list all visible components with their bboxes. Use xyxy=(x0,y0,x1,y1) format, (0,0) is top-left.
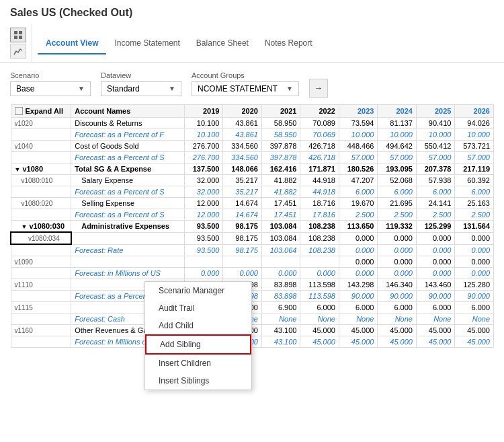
row-value: 14.674 xyxy=(223,198,262,209)
row-name: Forecast: as a Percent of S xyxy=(71,186,185,198)
context-menu: Scenario ManagerAudit TrailAdd ChildAdd … xyxy=(144,281,252,390)
row-value: 45.000 xyxy=(300,324,339,336)
table-row: ▼v1080Total SG & A Expense137.500148.066… xyxy=(11,163,494,175)
tab-balance-sheet[interactable]: Balance Sheet xyxy=(188,33,257,54)
context-menu-item[interactable]: Add Sibling xyxy=(145,334,251,355)
tab-account-view[interactable]: Account View xyxy=(38,33,106,54)
row-value: 0.000 xyxy=(339,244,378,256)
context-menu-item[interactable]: Add Child xyxy=(145,317,251,334)
row-value: None xyxy=(416,313,455,324)
row-id xyxy=(11,313,71,324)
row-value: 113.598 xyxy=(300,279,339,290)
row-value: 550.412 xyxy=(416,141,455,152)
dataview-select[interactable]: Standard ▼ xyxy=(101,81,181,96)
row-value: 90.000 xyxy=(455,290,494,301)
row-value xyxy=(261,256,300,267)
row-id xyxy=(11,267,71,279)
context-menu-item[interactable]: Scenario Manager xyxy=(145,282,251,299)
table-row: Forecast: Rate93.50098.175103.064108.238… xyxy=(11,244,494,256)
context-menu-item[interactable]: Audit Trail xyxy=(145,299,251,317)
context-menu-item[interactable]: Insert Children xyxy=(145,355,251,372)
row-value: 45.000 xyxy=(416,336,455,347)
table-container: Expand All Account Names 2019 2020 2021 … xyxy=(0,104,504,348)
page-title: Sales US (Checked Out) xyxy=(0,0,504,24)
row-id: v1110 xyxy=(11,279,71,290)
expand-all-checkbox[interactable] xyxy=(15,107,23,115)
navigate-button[interactable]: → xyxy=(309,79,328,98)
context-menu-item[interactable]: Insert Siblings xyxy=(145,372,251,390)
row-value: 17.816 xyxy=(300,209,339,221)
svg-rect-1 xyxy=(19,31,22,34)
row-value: None xyxy=(455,313,494,324)
dataview-control: Dataview Standard ▼ xyxy=(101,71,181,96)
svg-rect-3 xyxy=(19,36,22,39)
row-value: 90.410 xyxy=(416,118,455,129)
row-id: v1020 xyxy=(11,118,71,129)
table-row: v1040Cost of Goods Sold276.700334.560397… xyxy=(11,141,494,152)
row-id: v1090 xyxy=(11,256,71,267)
row-value: 103.084 xyxy=(261,221,300,233)
svg-rect-0 xyxy=(14,31,17,34)
col-2023: 2023 xyxy=(339,105,378,118)
row-value: 10.000 xyxy=(378,129,417,141)
row-value: 131.564 xyxy=(455,221,494,233)
account-groups-select[interactable]: NCOME STATEMENT ▼ xyxy=(192,81,299,96)
col-2026: 2026 xyxy=(455,105,494,118)
row-value: 494.642 xyxy=(378,141,417,152)
tab-income-statement[interactable]: Income Statement xyxy=(106,33,187,54)
row-value: 73.594 xyxy=(339,118,378,129)
row-value: 43.861 xyxy=(223,129,262,141)
row-value: 90.000 xyxy=(416,290,455,301)
table-row: Forecast: in Millions of US36.30040.2004… xyxy=(11,336,494,347)
row-value: 10.000 xyxy=(416,129,455,141)
row-value: 137.500 xyxy=(184,163,223,175)
table-row: v1080:020Selling Expense12.00014.67417.4… xyxy=(11,198,494,209)
row-value: 334.560 xyxy=(223,152,262,163)
expand-all-label: Expand All xyxy=(26,107,63,115)
scenario-select[interactable]: Base ▼ xyxy=(10,81,91,96)
row-value: 52.068 xyxy=(378,175,417,186)
table-row: Forecast: as a Percent of S32.00035.2174… xyxy=(11,186,494,198)
row-value: 113.598 xyxy=(300,290,339,301)
col-expand-all[interactable]: Expand All xyxy=(11,105,71,118)
row-value: 0.000 xyxy=(261,267,300,279)
row-value: 6.000 xyxy=(300,301,339,313)
table-row: v1020Discounts & Returns10.10043.86158.9… xyxy=(11,118,494,129)
row-value: 45.000 xyxy=(378,324,417,336)
dataview-value: Standard xyxy=(107,84,140,94)
row-id: v1040 xyxy=(11,141,71,152)
row-value: 180.526 xyxy=(339,163,378,175)
row-value: 0.000 xyxy=(416,244,455,256)
controls-bar: Scenario Base ▼ Dataview Standard ▼ Acco… xyxy=(0,63,504,104)
row-name: Forecast: as a Percent of F xyxy=(71,129,185,141)
table-row: v1160Other Revenues & Gains36.30040.2004… xyxy=(11,324,494,336)
row-value: 93.500 xyxy=(184,221,223,233)
tab-notes-report[interactable]: Notes Report xyxy=(257,33,321,54)
row-value: 217.119 xyxy=(455,163,494,175)
row-name: Forecast: as a Percent of S xyxy=(71,152,185,163)
row-id: v1080:020 xyxy=(11,198,71,209)
row-id xyxy=(11,244,71,256)
row-value: 573.721 xyxy=(455,141,494,152)
row-value: 448.466 xyxy=(339,141,378,152)
row-value: 276.700 xyxy=(184,152,223,163)
row-value: 6.000 xyxy=(339,186,378,198)
row-value: 21.695 xyxy=(378,198,417,209)
row-value: 25.163 xyxy=(455,198,494,209)
row-value: 41.882 xyxy=(261,186,300,198)
row-value: 57.938 xyxy=(416,175,455,186)
row-value: 193.095 xyxy=(378,163,417,175)
row-value xyxy=(184,256,223,267)
row-value: 94.026 xyxy=(455,118,494,129)
row-value: 0.000 xyxy=(378,244,417,256)
grid-view-icon[interactable] xyxy=(10,28,26,42)
svg-rect-2 xyxy=(14,36,17,39)
row-id: v1160 xyxy=(11,324,71,336)
row-value: 0.000 xyxy=(416,256,455,267)
row-value: 148.066 xyxy=(223,163,262,175)
row-value: 0.000 xyxy=(184,267,223,279)
chart-view-icon[interactable] xyxy=(10,44,26,59)
col-2024: 2024 xyxy=(378,105,417,118)
row-value: 43.100 xyxy=(261,336,300,347)
scenario-value: Base xyxy=(16,84,34,94)
